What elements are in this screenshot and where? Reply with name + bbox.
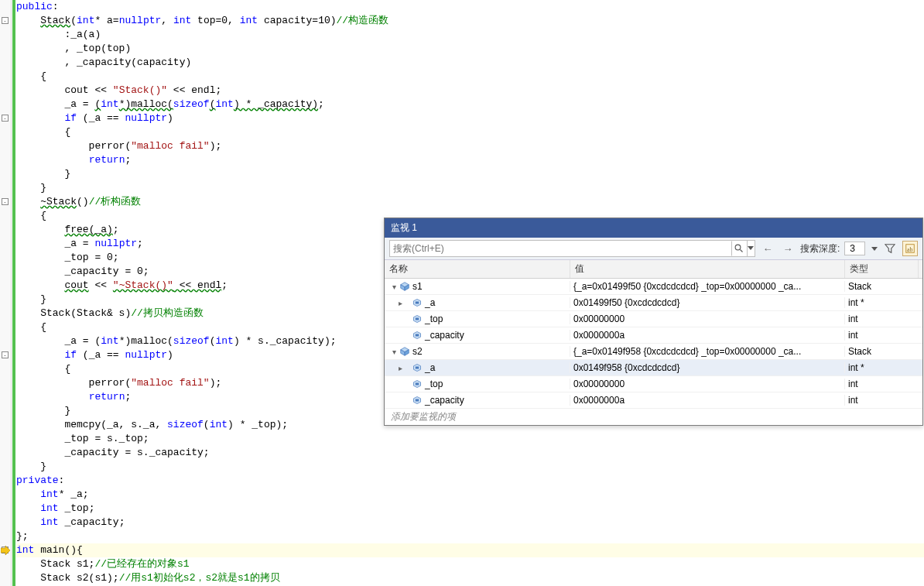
fold-toggle-icon[interactable]: - [2,351,9,358]
field-icon [412,298,422,307]
watch-value: 0x00000000 [570,314,845,324]
svg-rect-16 [416,334,419,337]
watch-search-box[interactable] [389,240,755,257]
search-icon[interactable] [731,241,747,256]
fold-toggle-icon[interactable]: - [2,198,9,205]
search-prev-button[interactable]: ← [760,241,775,256]
watch-panel: 监视 1 ← → 搜索深度: 3 ab 名称 值 类型 ▾s1{_a=0x014 [384,218,923,426]
code-line[interactable]: int* _a; [16,488,924,502]
watch-row[interactable]: ▸_a0x01499f50 {0xcdcdcdcd}int * [385,295,922,311]
code-line[interactable]: }; [16,529,924,543]
code-line[interactable]: if (_a == nullptr) [16,111,924,125]
watch-value: {_a=0x0149f958 {0xcdcdcdcd} _top=0x00000… [570,346,845,357]
search-depth-value[interactable]: 3 [844,242,865,255]
expand-toggle-icon[interactable]: ▾ [388,283,400,291]
svg-line-2 [740,250,742,252]
code-line[interactable]: , _top(top) [16,42,924,56]
code-line[interactable]: int _capacity; [16,516,924,529]
code-line[interactable]: { [16,125,924,139]
watch-value: 0x0000000a [570,330,845,341]
code-line[interactable]: , _capacity(capacity) [16,56,924,70]
object-icon [400,347,409,356]
hex-toggle-icon[interactable]: ab [902,241,918,256]
watch-row[interactable]: ▸_a0x0149f958 {0xcdcdcdcd}int * [385,360,922,376]
fold-toggle-icon[interactable]: - [2,115,9,122]
execution-pointer-icon [1,546,10,555]
code-line[interactable]: Stack s2(s1);//用s1初始化s2，s2就是s1的拷贝 [16,571,924,585]
col-header-value[interactable]: 值 [570,260,845,278]
object-icon [400,282,409,291]
watch-value: {_a=0x01499f50 {0xcdcdcdcd} _top=0x00000… [570,281,845,292]
watch-type: int [845,379,919,389]
col-header-type[interactable]: 类型 [845,260,919,278]
svg-point-1 [735,245,741,250]
watch-row[interactable]: _capacity0x0000000aint [385,327,922,344]
fold-toggle-icon[interactable]: - [2,17,9,24]
code-line[interactable]: } [16,181,924,195]
search-depth-dropdown-icon[interactable] [871,243,878,254]
watch-name: _capacity [425,330,464,341]
watch-row[interactable]: _top0x00000000int [385,311,922,327]
svg-rect-23 [416,383,419,386]
code-line[interactable]: int _top; [16,502,924,516]
code-line[interactable]: } [16,460,924,474]
watch-grid-header: 名称 值 类型 [385,260,922,279]
watch-type: int [845,330,919,341]
svg-marker-5 [885,245,895,253]
code-line[interactable]: private: [16,474,924,488]
col-header-name[interactable]: 名称 [385,260,570,278]
watch-row[interactable]: _capacity0x0000000aint [385,392,922,409]
search-dropdown-icon[interactable] [747,241,755,256]
code-line[interactable]: int main(){ [16,543,924,557]
field-icon [412,363,422,372]
field-icon [412,314,422,324]
svg-marker-0 [1,546,10,555]
code-line[interactable]: _a = (int*)malloc(sizeof(int) * _capacit… [16,98,924,111]
watch-name: _capacity [425,395,464,406]
watch-type: Stack [845,346,919,357]
add-watch-placeholder[interactable]: 添加要监视的项 [385,409,922,425]
code-line[interactable]: cout << "Stack()" << endl; [16,84,924,98]
field-icon [412,379,422,389]
code-line[interactable]: } [16,167,924,181]
svg-rect-21 [416,367,419,369]
watch-value: 0x01499f50 {0xcdcdcdcd} [570,297,845,308]
svg-rect-25 [416,399,419,402]
watch-value: 0x0000000a [570,395,845,406]
svg-marker-3 [748,246,754,250]
code-line[interactable]: public: [16,0,924,14]
watch-row[interactable]: ▾s1{_a=0x01499f50 {0xcdcdcdcd} _top=0x00… [385,279,922,295]
field-icon [412,396,422,405]
code-line[interactable]: return; [16,153,924,167]
watch-name: s1 [412,281,423,292]
filter-icon[interactable] [882,241,898,256]
code-line[interactable]: Stack(int* a=nullptr, int top=0, int cap… [16,14,924,28]
watch-panel-title: 监视 1 [385,218,922,238]
search-next-button[interactable]: → [780,241,796,256]
watch-name: _a [425,362,435,373]
watch-name: s2 [412,346,423,357]
code-line[interactable]: perror("malloc fail"); [16,139,924,153]
watch-type: int * [845,362,919,373]
code-line[interactable]: ~Stack()//析构函数 [16,195,924,209]
watch-type: int [845,314,919,324]
expand-toggle-icon[interactable]: ▸ [388,299,412,307]
watch-type: int * [845,297,919,308]
code-line[interactable]: Stack s1;//已经存在的对象s1 [16,557,924,571]
change-marker [12,0,15,586]
code-line[interactable]: { [16,70,924,84]
code-line[interactable]: _top = s._top; [16,432,924,446]
expand-toggle-icon[interactable]: ▸ [388,364,412,372]
search-input[interactable] [390,242,731,255]
expand-toggle-icon[interactable]: ▾ [388,348,400,356]
code-line[interactable]: _capacity = s._capacity; [16,446,924,460]
watch-name: _top [425,314,443,324]
code-line[interactable]: :_a(a) [16,28,924,42]
watch-grid: 名称 值 类型 ▾s1{_a=0x01499f50 {0xcdcdcdcd} _… [385,260,922,425]
field-icon [412,331,422,340]
watch-toolbar: ← → 搜索深度: 3 ab [385,238,922,260]
watch-row[interactable]: _top0x00000000int [385,376,922,392]
watch-row[interactable]: ▾s2{_a=0x0149f958 {0xcdcdcdcd} _top=0x00… [385,344,922,360]
watch-type: int [845,395,919,406]
watch-name: _top [425,379,443,389]
